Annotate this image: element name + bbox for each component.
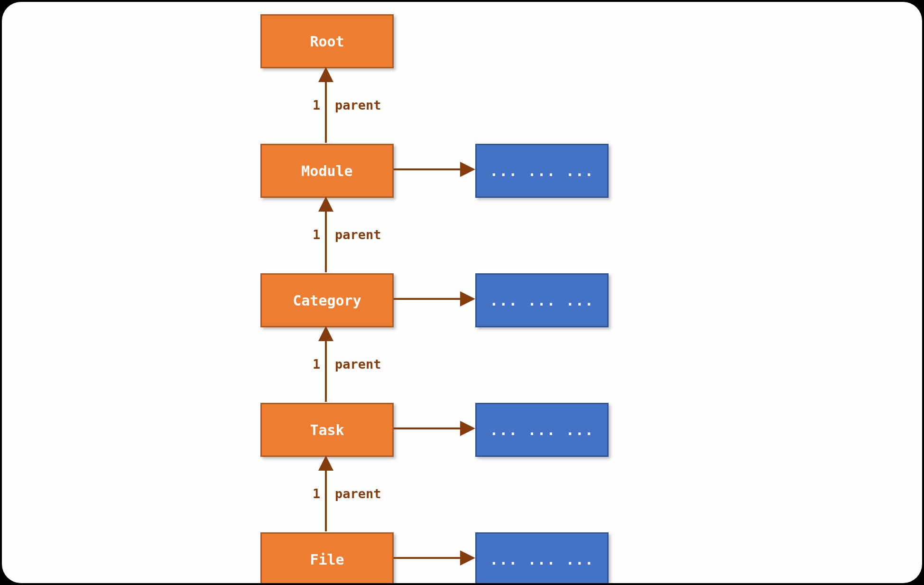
node-task: Task (260, 403, 394, 457)
edge-label-2: parent (335, 227, 381, 242)
edge-count-2: 1 (313, 227, 320, 242)
node-ellipsis-task: ... ... ... (475, 403, 609, 457)
node-file-label: File (310, 551, 344, 568)
diagram-frame: Root Module Category Task File ... ... .… (2, 2, 922, 583)
node-module: Module (260, 144, 394, 198)
node-ellipsis-module: ... ... ... (475, 144, 609, 198)
node-file: File (260, 532, 394, 583)
edge-label-3: parent (335, 357, 381, 371)
node-category-label: Category (293, 292, 361, 309)
node-module-label: Module (301, 163, 352, 179)
node-category: Category (260, 273, 394, 327)
edge-label-1: parent (335, 98, 381, 112)
arrows-svg (2, 2, 922, 583)
node-ellipsis-label-3: ... ... ... (490, 422, 594, 438)
node-task-label: Task (310, 422, 344, 438)
node-root-label: Root (310, 33, 344, 50)
node-ellipsis-category: ... ... ... (475, 273, 609, 327)
node-ellipsis-file: ... ... ... (475, 532, 609, 583)
edge-count-1: 1 (313, 98, 320, 112)
node-ellipsis-label-4: ... ... ... (490, 551, 594, 568)
edge-label-4: parent (335, 486, 381, 501)
node-ellipsis-label-1: ... ... ... (490, 163, 594, 179)
node-root: Root (260, 14, 394, 68)
node-ellipsis-label-2: ... ... ... (490, 292, 594, 309)
edge-count-4: 1 (313, 486, 320, 501)
edge-count-3: 1 (313, 357, 320, 371)
